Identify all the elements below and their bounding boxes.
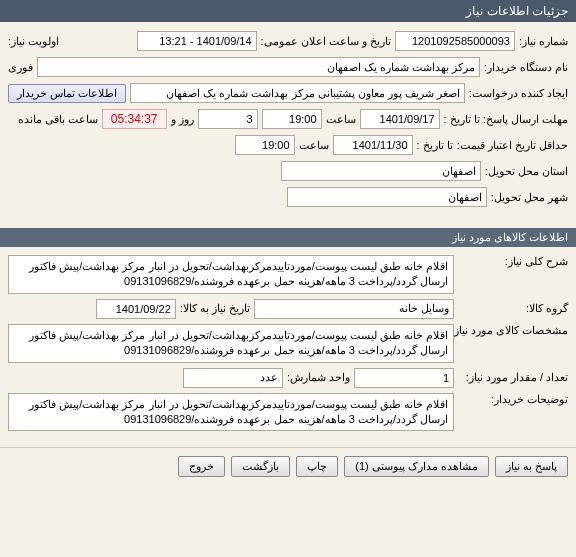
buyer-name-field: مرکز بهداشت شماره یک اصفهان	[37, 57, 480, 77]
requester-label: ایجاد کننده درخواست:	[469, 87, 568, 100]
delivery-province-label: استان محل تحویل:	[485, 165, 568, 178]
respond-button[interactable]: پاسخ به نیاز	[495, 456, 568, 477]
buyer-notes-field: اقلام خانه طبق لیست پیوست/موردتاییدمرکزب…	[8, 393, 454, 432]
validity-to-label: تا تاریخ :	[417, 139, 453, 152]
deadline-time-field: 19:00	[262, 109, 322, 129]
unit-label: واحد شمارش:	[287, 371, 350, 384]
priority-value: فوری	[8, 61, 33, 74]
attachments-button[interactable]: مشاهده مدارک پیوستی (1)	[344, 456, 489, 477]
exit-button[interactable]: خروج	[178, 456, 225, 477]
quantity-field: 1	[354, 368, 454, 388]
delivery-province-field: اصفهان	[281, 161, 481, 181]
header-title: جزئیات اطلاعات نیاز	[466, 4, 568, 18]
countdown-timer: 05:34:37	[102, 109, 167, 129]
deadline-date-field: 1401/09/17	[360, 109, 440, 129]
deadline-from-label: مهلت ارسال پاسخ: تا تاریخ :	[444, 113, 568, 126]
goods-section-title: اطلاعات کالاهای مورد نیاز	[452, 231, 568, 243]
goods-group-field: وسایل خانه	[254, 299, 454, 319]
days-label: روز و	[171, 113, 194, 126]
goods-info-form: شرح کلی نیاز: اقلام خانه طبق لیست پیوست/…	[0, 247, 576, 443]
buyer-notes-label: توضیحات خریدار:	[458, 393, 568, 406]
need-to-label: تاریخ نیاز به کالا:	[180, 302, 250, 315]
delivery-city-field: اصفهان	[287, 187, 487, 207]
general-desc-field: اقلام خانه طبق لیست پیوست/موردتاییدمرکزب…	[8, 255, 454, 294]
delivery-city-label: شهر محل تحویل:	[491, 191, 568, 204]
need-to-date-field: 1401/09/22	[96, 299, 176, 319]
need-number-label: شماره نیاز:	[519, 35, 568, 48]
deadline-time-label: ساعت	[326, 113, 356, 126]
need-number-field: 1201092585000093	[395, 31, 515, 51]
validity-time-field: 19:00	[235, 135, 295, 155]
back-button[interactable]: بازگشت	[231, 456, 290, 477]
remaining-label: ساعت باقی مانده	[18, 113, 98, 126]
days-remaining-field: 3	[198, 109, 258, 129]
need-info-form: شماره نیاز: 1201092585000093 تاریخ و ساع…	[0, 22, 576, 220]
requester-field: اصغر شریف پور معاون پشتیبانی مرکز بهداشت…	[130, 83, 465, 103]
quantity-label: تعداد / مقدار مورد نیاز:	[458, 371, 568, 384]
unit-field: عدد	[183, 368, 283, 388]
announce-field: 1401/09/14 - 13:21	[137, 31, 257, 51]
buyer-name-label: نام دستگاه خریدار:	[484, 61, 568, 74]
goods-spec-label: مشخصات کالای مورد نیاز:	[458, 324, 568, 337]
validity-time-label: ساعت	[299, 139, 329, 152]
main-header: جزئیات اطلاعات نیاز	[0, 0, 576, 22]
print-button[interactable]: چاپ	[296, 456, 338, 477]
goods-spec-field: اقلام خانه طبق لیست پیوست/موردتاییدمرکزب…	[8, 324, 454, 363]
general-desc-label: شرح کلی نیاز:	[458, 255, 568, 268]
priority-label: اولویت نیاز:	[8, 35, 59, 48]
goods-group-label: گروه کالا:	[458, 302, 568, 315]
announce-label: تاریخ و ساعت اعلان عمومی:	[261, 35, 391, 48]
bottom-button-bar: پاسخ به نیاز مشاهده مدارک پیوستی (1) چاپ…	[0, 447, 576, 485]
validity-date-field: 1401/11/30	[333, 135, 413, 155]
goods-section-header: اطلاعات کالاهای مورد نیاز	[0, 228, 576, 247]
validity-label: حداقل تاریخ اعتبار قیمت:	[457, 139, 568, 152]
contact-buyer-button[interactable]: اطلاعات تماس خریدار	[8, 84, 126, 103]
